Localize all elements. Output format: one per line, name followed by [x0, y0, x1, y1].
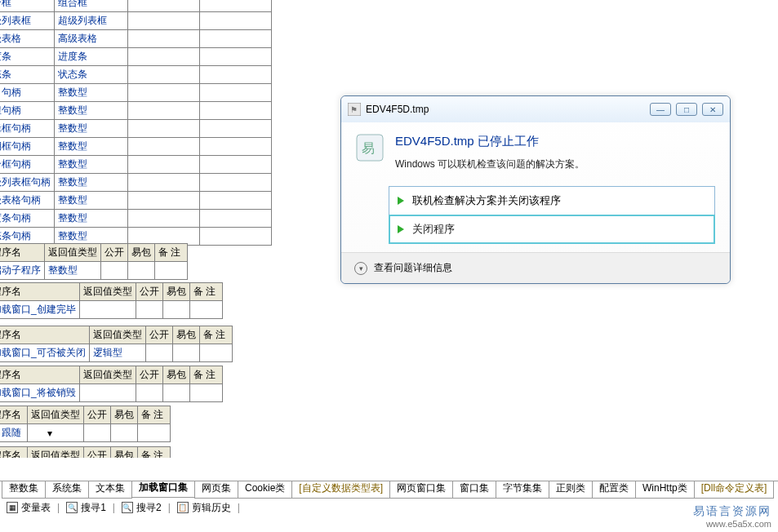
tool-vartable[interactable]: ▦变量表: [3, 501, 54, 515]
var-name-cell[interactable]: 级列表框: [0, 12, 55, 30]
toolbar-label: 剪辑历史: [192, 501, 231, 515]
type-link[interactable]: 逻辑型: [93, 347, 122, 358]
var-type-cell[interactable]: 整数型: [55, 138, 128, 156]
empty-cell: [200, 192, 272, 210]
tab-0[interactable]: 整数集: [2, 481, 46, 499]
tab-9[interactable]: 字节集集: [496, 481, 549, 499]
action-label: 联机检查解决方案并关闭该程序: [412, 193, 561, 208]
col-note: 备 注: [138, 406, 171, 424]
var-name-cell[interactable]: 口句柄: [0, 84, 55, 102]
close-button[interactable]: ✕: [702, 103, 723, 116]
sub-table-5: 程序名返回值类型公开易包备 注 口跟随 ▾: [0, 406, 171, 442]
var-type-cell[interactable]: 整数型: [55, 120, 128, 138]
var-type-cell[interactable]: 整数型: [55, 156, 128, 174]
empty-cell: [128, 174, 200, 192]
var-name-cell[interactable]: 合框: [0, 0, 55, 12]
tab-11[interactable]: 配置类: [592, 481, 636, 499]
empty-cell: [128, 138, 200, 156]
empty-cell: [200, 156, 272, 174]
tab-8[interactable]: 窗口集: [452, 481, 496, 499]
empty-cell: [200, 102, 272, 120]
app-icon: ⚑: [348, 103, 361, 116]
type-link[interactable]: 整数型: [48, 264, 78, 276]
dialog-subtext: Windows 可以联机检查该问题的解决方案。: [395, 157, 585, 171]
tool-cliphistory[interactable]: 📋剪辑历史: [174, 501, 234, 515]
col-public: 公开: [84, 406, 111, 424]
subprogram-link[interactable]: 启动子程序: [0, 264, 41, 276]
tab-5[interactable]: Cookie类: [238, 481, 292, 499]
var-name-cell[interactable]: 合框句柄: [0, 156, 55, 174]
secondary-toolbar: ▦变量表 | 🔍搜寻1 | 🔍搜寻2 | 📋剪辑历史 |: [0, 499, 240, 516]
cell: [79, 384, 136, 402]
tool-search1[interactable]: 🔍搜寻1: [63, 501, 109, 515]
empty-cell: [200, 120, 272, 138]
var-name-cell[interactable]: 期框句柄: [0, 138, 55, 156]
arrow-right-icon: [398, 225, 404, 233]
error-dialog: ⚑ EDV4F5D.tmp — □ ✕ 易 EDV4F5D.tmp 已停止工作 …: [340, 95, 731, 284]
tab-4[interactable]: 网页集: [194, 481, 238, 499]
module-tabstrip: 整数集系统集文本集加载窗口集网页集Cookie类[自定义数据类型表]网页窗口集窗…: [0, 481, 778, 499]
maximize-button[interactable]: □: [676, 103, 697, 116]
watermark-zh: 易语言资源网: [693, 504, 771, 519]
var-type-cell[interactable]: 超级列表框: [55, 12, 128, 30]
tab-10[interactable]: 正则类: [549, 481, 593, 499]
separator: |: [113, 502, 115, 513]
var-type-cell[interactable]: 进度条: [55, 48, 128, 66]
arrow-right-icon: [398, 197, 404, 205]
subprogram-link[interactable]: 加载窗口_可否被关闭: [0, 347, 86, 358]
col-name: 程序名: [0, 366, 79, 384]
empty-cell: [128, 0, 200, 12]
var-type-cell[interactable]: 整数型: [55, 210, 128, 228]
empty-cell: [128, 102, 200, 120]
col-return: 返回值类型: [45, 244, 101, 262]
empty-cell: [200, 30, 272, 48]
dialog-titlebar[interactable]: ⚑ EDV4F5D.tmp — □ ✕: [341, 96, 730, 122]
tab-3[interactable]: 加载窗口集: [131, 481, 195, 498]
action-check-online[interactable]: 联机检查解决方案并关闭该程序: [389, 186, 715, 215]
var-name-cell[interactable]: 钮句柄: [0, 102, 55, 120]
col-note: 备 注: [189, 366, 222, 384]
var-name-cell[interactable]: 度条: [0, 48, 55, 66]
tab-12[interactable]: WinHttp类: [635, 481, 695, 499]
var-type-cell[interactable]: 整数型: [55, 102, 128, 120]
program-icon: 易: [356, 134, 384, 162]
separator: |: [168, 502, 171, 513]
toolbar-label: 搜寻1: [81, 501, 106, 515]
var-type-cell[interactable]: 组合框: [55, 0, 128, 12]
var-type-cell[interactable]: 整数型: [55, 174, 128, 192]
col-return: 返回值类型: [79, 366, 136, 384]
subprogram-link[interactable]: 口跟随: [0, 427, 21, 438]
cell: [84, 424, 111, 442]
var-name-cell[interactable]: 辑框句柄: [0, 120, 55, 138]
var-name-cell[interactable]: 度条句柄: [0, 210, 55, 228]
tab-13[interactable]: [Dll命令定义表]: [694, 481, 775, 499]
sub-table-4: 程序名返回值类型公开易包备 注 加载窗口_将被销毁: [0, 366, 223, 402]
tab-1[interactable]: 系统集: [45, 481, 89, 499]
empty-cell: [128, 192, 200, 210]
col-public: 公开: [136, 283, 162, 301]
cell: [162, 301, 189, 319]
var-type-cell[interactable]: 整数型: [55, 192, 128, 210]
cell: [189, 384, 222, 402]
subprogram-link[interactable]: 加载窗口_将被销毁: [0, 387, 76, 398]
var-type-cell[interactable]: 整数型: [55, 84, 128, 102]
subprogram-link[interactable]: 加载窗口_创建完毕: [0, 304, 76, 315]
var-name-cell[interactable]: 级表格句柄: [0, 192, 55, 210]
col-public: 公开: [101, 244, 128, 262]
var-name-cell[interactable]: 级列表框句柄: [0, 174, 55, 192]
dialog-details-toggle[interactable]: ▾ 查看问题详细信息: [341, 252, 730, 283]
tab-2[interactable]: 文本集: [88, 481, 132, 499]
tab-7[interactable]: 网页窗口集: [389, 481, 453, 499]
var-type-cell[interactable]: 状态条: [55, 66, 128, 84]
minimize-button[interactable]: —: [650, 103, 671, 116]
tool-search2[interactable]: 🔍搜寻2: [118, 501, 165, 515]
empty-cell: [200, 174, 272, 192]
cell: [155, 262, 188, 280]
var-name-cell[interactable]: 级表格: [0, 30, 55, 48]
action-close-program[interactable]: 关闭程序: [389, 215, 715, 244]
col-public: 公开: [136, 366, 162, 384]
empty-cell: [128, 48, 200, 66]
var-name-cell[interactable]: 态条: [0, 66, 55, 84]
tab-6[interactable]: [自定义数据类型表]: [291, 481, 390, 499]
var-type-cell[interactable]: 高级表格: [55, 30, 128, 48]
